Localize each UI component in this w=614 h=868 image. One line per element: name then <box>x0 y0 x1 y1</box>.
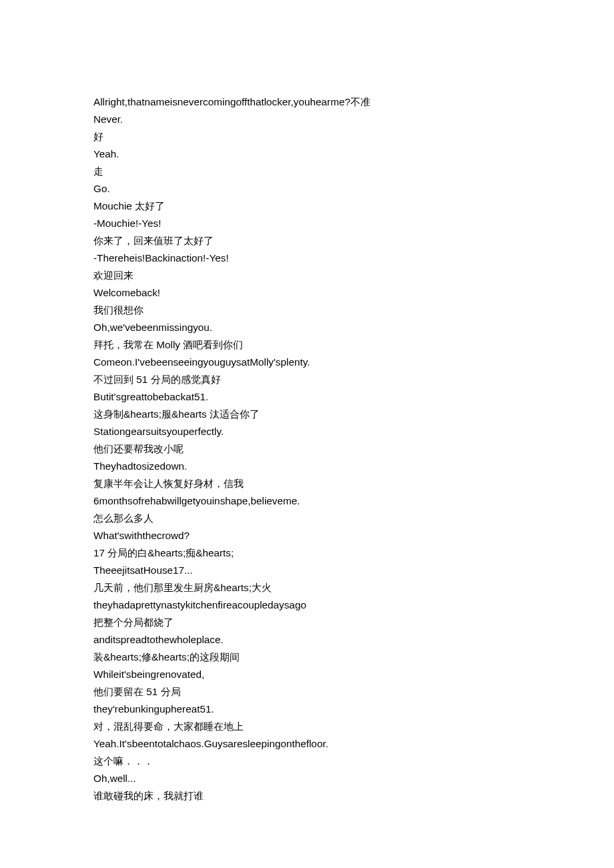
text-line: Allright,thatnameisnevercomingoffthatloc… <box>93 93 521 111</box>
text-line: anditspreadtothewholeplace. <box>93 631 521 648</box>
text-line: -Thereheis!Backinaction!-Yes! <box>93 250 521 267</box>
text-line: 我们很想你 <box>93 302 521 319</box>
text-line: Comeon.I'vebeenseeingyouguysatMolly'sple… <box>93 354 521 371</box>
text-line: Theyhadtosizedown. <box>93 458 521 475</box>
text-line: 走 <box>93 163 521 180</box>
text-line: 几天前，他们那里发生厨房&hearts;大火 <box>93 579 521 596</box>
text-line: 拜托，我常在 Molly 酒吧看到你们 <box>93 336 521 354</box>
text-line: 这个嘛．．． <box>93 753 521 770</box>
text-line: 6monthsofrehabwillgetyouinshape,believem… <box>93 492 521 510</box>
text-line: theyhadaprettynastykitchenfireacoupleday… <box>93 596 521 614</box>
text-line: 你来了，回来值班了太好了 <box>93 232 521 250</box>
text-line: What'swiththecrowd? <box>93 527 521 544</box>
text-line: 好 <box>93 128 521 145</box>
text-line: Welcomeback! <box>93 284 521 302</box>
text-line: they'rebunkinguphereat51. <box>93 701 521 718</box>
text-line: 复康半年会让人恢复好身材，信我 <box>93 475 521 492</box>
text-line: Yeah.It'sbeentotalchaos.Guysaresleepingo… <box>93 735 521 753</box>
text-line: Butit'sgreattobebackat51. <box>93 388 521 406</box>
text-line: 对，混乱得要命，大家都睡在地上 <box>93 718 521 735</box>
text-line: 装&hearts;修&hearts;的这段期间 <box>93 648 521 666</box>
text-line: 17 分局的白&hearts;痴&hearts; <box>93 544 521 562</box>
text-line: Oh,we'vebeenmissingyou. <box>93 319 521 336</box>
text-line: Oh,well... <box>93 770 521 787</box>
text-line: Whileit'sbeingrenovated, <box>93 666 521 683</box>
text-line: 欢迎回来 <box>93 267 521 284</box>
text-line: 不过回到 51 分局的感觉真好 <box>93 371 521 388</box>
text-line: Mouchie 太好了 <box>93 197 521 215</box>
text-line: 他们要留在 51 分局 <box>93 683 521 701</box>
text-line: Go. <box>93 180 521 197</box>
text-line: Yeah. <box>93 145 521 163</box>
document-page: Allright,thatnameisnevercomingoffthatloc… <box>0 0 614 868</box>
text-line: 怎么那么多人 <box>93 510 521 527</box>
text-line: 谁敢碰我的床，我就打谁 <box>93 787 521 805</box>
text-line: -Mouchie!-Yes! <box>93 215 521 232</box>
text-line: 这身制&hearts;服&hearts 汰适合你了 <box>93 406 521 423</box>
text-line: 把整个分局都烧了 <box>93 614 521 631</box>
text-line: Never. <box>93 111 521 128</box>
text-line: 他们还要帮我改小呢 <box>93 440 521 458</box>
text-line: Stationgearsuitsyouperfectly. <box>93 423 521 440</box>
text-line: TheeejitsatHouse17... <box>93 562 521 579</box>
